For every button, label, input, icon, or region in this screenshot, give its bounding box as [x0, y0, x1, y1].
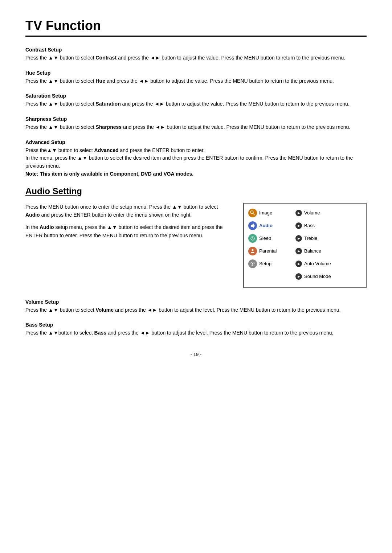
- svg-point-7: [252, 263, 253, 265]
- menu-item-balance: ▶ Balance: [295, 245, 362, 257]
- page-title: TV Function: [25, 18, 367, 37]
- image-icon: [248, 209, 257, 217]
- right-label-balance: Balance: [304, 248, 321, 254]
- contrast-setup-heading: Contrast Setup: [25, 47, 367, 53]
- arrow-bass: ▶: [295, 222, 302, 229]
- menu-item-setup: Setup: [248, 258, 292, 270]
- sharpness-setup-section: Sharpness Setup Press the ▲▼ button to s…: [25, 116, 367, 131]
- svg-line-1: [253, 213, 255, 215]
- arrow-treble: ▶: [295, 235, 302, 242]
- menu-label-setup: Setup: [259, 261, 271, 266]
- bass-setup-heading: Bass Setup: [25, 322, 367, 328]
- advanced-setup-text1: Press the▲▼ button to select Advanced an…: [25, 147, 367, 155]
- hue-setup-heading: Hue Setup: [25, 70, 367, 76]
- audio-menu-diagram: Image Audio Sleep Parental: [243, 203, 367, 288]
- sleep-icon: [248, 234, 257, 243]
- menu-item-sleep: Sleep: [248, 233, 292, 244]
- volume-setup-text: Press the ▲▼ button to select Volume and…: [25, 306, 367, 314]
- volume-setup-heading: Volume Setup: [25, 299, 367, 305]
- advanced-setup-section: Advanced Setup Press the▲▼ button to sel…: [25, 139, 367, 178]
- svg-point-0: [250, 211, 253, 214]
- sharpness-setup-text: Press the ▲▼ button to select Sharpness …: [25, 123, 367, 131]
- hue-setup-section: Hue Setup Press the ▲▼ button to select …: [25, 70, 367, 85]
- contrast-setup-text: Press the ▲▼ button to select Contrast a…: [25, 54, 367, 62]
- right-label-treble: Treble: [304, 235, 317, 241]
- arrow-volume: ▶: [295, 210, 302, 216]
- right-label-auto-volume: Auto Volume: [304, 261, 331, 266]
- audio-para2: In the Audio setup menu, press the ▲▼ bu…: [25, 223, 232, 239]
- audio-para1: Press the MENU button once to enter the …: [25, 203, 232, 219]
- page-number: - 19 -: [25, 352, 367, 357]
- menu-label-image: Image: [259, 210, 272, 216]
- menu-item-sound-mode: ▶ Sound Mode: [295, 271, 362, 282]
- saturation-setup-heading: Saturation Setup: [25, 93, 367, 99]
- hue-setup-text: Press the ▲▼ button to select Hue and pr…: [25, 77, 367, 85]
- menu-label-audio: Audio: [259, 223, 273, 228]
- arrow-sound-mode: ▶: [295, 273, 302, 280]
- menu-item-volume: ▶ Volume: [295, 207, 362, 219]
- audio-section-wrapper: Press the MENU button once to enter the …: [25, 203, 367, 288]
- bass-setup-section: Bass Setup Press the ▲▼button to select …: [25, 322, 367, 337]
- bass-setup-text: Press the ▲▼button to select Bass and pr…: [25, 329, 367, 337]
- audio-section-text: Press the MENU button once to enter the …: [25, 203, 232, 288]
- menu-label-sleep: Sleep: [259, 235, 271, 241]
- right-label-sound-mode: Sound Mode: [304, 274, 331, 279]
- arrow-balance: ▶: [295, 248, 302, 254]
- right-label-bass: Bass: [304, 223, 315, 228]
- right-label-volume: Volume: [304, 210, 320, 216]
- volume-setup-section: Volume Setup Press the ▲▼ button to sele…: [25, 299, 367, 314]
- advanced-setup-heading: Advanced Setup: [25, 139, 367, 145]
- contrast-setup-section: Contrast Setup Press the ▲▼ button to se…: [25, 47, 367, 62]
- menu-item-audio: Audio: [248, 220, 292, 232]
- saturation-setup-section: Saturation Setup Press the ▲▼ button to …: [25, 93, 367, 108]
- parental-icon: [248, 247, 257, 255]
- menu-right-column: ▶ Volume ▶ Bass ▶ Treble ▶ Balance ▶ Aut…: [292, 207, 362, 282]
- arrow-auto-volume: ▶: [295, 261, 302, 267]
- svg-line-5: [253, 238, 254, 239]
- audio-icon: [248, 221, 257, 230]
- menu-item-image: Image: [248, 207, 292, 219]
- menu-item-auto-volume: ▶ Auto Volume: [295, 258, 362, 270]
- menu-left-column: Image Audio Sleep Parental: [248, 207, 292, 282]
- saturation-setup-text: Press the ▲▼ button to select Saturation…: [25, 100, 367, 108]
- audio-setting-title: Audio Setting: [25, 186, 367, 196]
- advanced-setup-note: Note: This item is only available in Com…: [25, 170, 367, 178]
- menu-label-parental: Parental: [259, 248, 277, 254]
- advanced-setup-text2: In the menu, press the ▲▼ button to sele…: [25, 154, 367, 170]
- svg-marker-2: [251, 224, 254, 228]
- setup-icon: [248, 259, 257, 268]
- svg-point-6: [252, 249, 254, 251]
- menu-item-bass: ▶ Bass: [295, 220, 362, 232]
- menu-item-treble: ▶ Treble: [295, 233, 362, 244]
- menu-item-parental: Parental: [248, 245, 292, 257]
- sharpness-setup-heading: Sharpness Setup: [25, 116, 367, 122]
